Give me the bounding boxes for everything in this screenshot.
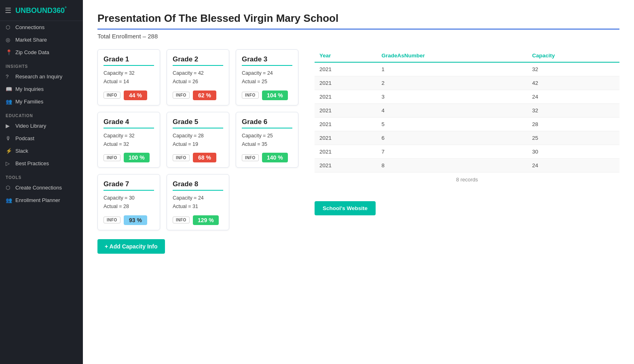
table-row: 2021 4 32 — [315, 104, 619, 118]
col-grade-as-number: GradeAsNumber — [376, 49, 527, 62]
grade-title: Grade 2 — [173, 55, 223, 66]
cell-grade: 7 — [376, 145, 527, 159]
cell-capacity: 25 — [527, 131, 619, 145]
sidebar: ☰ UNBOUND360° ⬡ Connections ◎ Market Sha… — [0, 0, 83, 364]
info-button[interactable]: INFO — [173, 154, 190, 161]
grade-title: Grade 5 — [173, 118, 223, 128]
col-capacity: Capacity — [527, 49, 619, 62]
info-button[interactable]: INFO — [173, 92, 190, 99]
grade-card-grade-1: Grade 1 Capacity = 32Actual = 14 INFO 44… — [97, 49, 160, 105]
inquiries-icon: 📖 — [6, 86, 12, 92]
col-year: Year — [315, 49, 376, 62]
pct-badge: 68 % — [193, 153, 216, 162]
table-row: 2021 2 42 — [315, 76, 619, 90]
grade-title: Grade 8 — [173, 180, 223, 191]
tools-section-label: TOOLS — [0, 170, 83, 181]
cell-year: 2021 — [315, 145, 376, 159]
sidebar-item-zip-code-data[interactable]: 📍 Zip Code Data — [0, 46, 83, 59]
sidebar-item-my-families[interactable]: 👥 My Families — [0, 95, 83, 108]
sidebar-header: ☰ UNBOUND360° — [0, 0, 83, 21]
content-area: Grade 1 Capacity = 32Actual = 14 INFO 44… — [97, 49, 619, 254]
table-row: 2021 1 32 — [315, 62, 619, 76]
grade-stats: Capacity = 24Actual = 31 — [173, 194, 223, 211]
cell-year: 2021 — [315, 118, 376, 131]
grade-stats: Capacity = 25Actual = 35 — [242, 132, 292, 149]
main-content: Presentation Of The Blessed Virgin Mary … — [83, 0, 634, 364]
records-count: 8 records — [315, 173, 619, 187]
total-enrollment: Total Enrollment – 288 — [97, 33, 619, 40]
table-section: Year GradeAsNumber Capacity 2021 1 32 20… — [315, 49, 619, 215]
grade-card-footer: INFO 129 % — [173, 215, 223, 225]
page-title: Presentation Of The Blessed Virgin Mary … — [97, 12, 619, 29]
sidebar-item-market-share[interactable]: ◎ Market Share — [0, 34, 83, 46]
grade-card-grade-7: Grade 7 Capacity = 30Actual = 28 INFO 93… — [97, 174, 160, 230]
cell-capacity: 32 — [527, 62, 619, 76]
cell-year: 2021 — [315, 159, 376, 173]
grade-card-grade-5: Grade 5 Capacity = 28Actual = 19 INFO 68… — [167, 112, 229, 168]
cell-capacity: 24 — [527, 90, 619, 104]
sidebar-item-connections[interactable]: ⬡ Connections — [0, 21, 83, 34]
grade-stats: Capacity = 28Actual = 19 — [173, 132, 223, 149]
connections-icon: ⬡ — [6, 24, 12, 30]
sidebar-item-slack-label: Slack — [15, 148, 28, 154]
info-button[interactable]: INFO — [104, 154, 120, 161]
info-button[interactable]: INFO — [104, 217, 120, 223]
enrollment-planner-icon: 👥 — [6, 197, 12, 203]
grade-card-footer: INFO 100 % — [104, 153, 154, 162]
sidebar-item-inquiries-label: My Inquiries — [15, 86, 44, 92]
grade-card-footer: INFO 62 % — [173, 90, 223, 100]
sidebar-item-podcast-label: Podcast — [15, 135, 34, 141]
grades-grid: Grade 1 Capacity = 32Actual = 14 INFO 44… — [97, 49, 298, 230]
school-website-button[interactable]: School's Website — [315, 201, 376, 215]
grade-stats: Capacity = 24Actual = 25 — [242, 69, 292, 86]
zip-code-icon: 📍 — [6, 49, 12, 55]
sidebar-item-slack[interactable]: ⚡ Slack — [0, 145, 83, 157]
sidebar-item-best-practices[interactable]: ▷ Best Practices — [0, 157, 83, 170]
cell-year: 2021 — [315, 104, 376, 118]
info-button[interactable]: INFO — [173, 217, 190, 223]
sidebar-item-podcast[interactable]: 🎙 Podcast — [0, 132, 83, 145]
pct-badge: 100 % — [124, 153, 150, 162]
cell-year: 2021 — [315, 131, 376, 145]
cell-grade: 6 — [376, 131, 527, 145]
sidebar-item-market-share-label: Market Share — [15, 37, 47, 43]
create-connections-icon: ⬡ — [6, 185, 12, 191]
hamburger-icon[interactable]: ☰ — [5, 6, 11, 15]
sidebar-item-families-label: My Families — [15, 99, 43, 105]
sidebar-item-my-inquiries[interactable]: 📖 My Inquiries — [0, 83, 83, 95]
info-button[interactable]: INFO — [242, 154, 259, 161]
grade-card-footer: INFO 93 % — [104, 215, 154, 225]
sidebar-item-connections-label: Connections — [15, 24, 44, 30]
research-icon: ? — [6, 74, 12, 80]
logo: UNBOUND360° — [15, 6, 67, 15]
pct-badge: 93 % — [124, 215, 147, 225]
insights-section-label: INSIGHTS — [0, 59, 83, 70]
table-row: 2021 5 28 — [315, 118, 619, 131]
grade-title: Grade 7 — [104, 180, 154, 191]
table-row: 2021 7 30 — [315, 145, 619, 159]
education-section-label: EDUCATION — [0, 108, 83, 120]
grade-card-grade-4: Grade 4 Capacity = 32Actual = 32 INFO 10… — [97, 112, 160, 168]
info-button[interactable]: INFO — [104, 92, 120, 99]
grade-card-footer: INFO 140 % — [242, 153, 292, 162]
families-icon: 👥 — [6, 99, 12, 105]
grade-stats: Capacity = 32Actual = 14 — [104, 69, 154, 86]
sidebar-item-video-library[interactable]: ▶ Video Library — [0, 120, 83, 132]
cell-grade: 3 — [376, 90, 527, 104]
grade-card-footer: INFO 104 % — [242, 90, 292, 100]
grade-card-footer: INFO 44 % — [104, 90, 154, 100]
cell-grade: 5 — [376, 118, 527, 131]
grade-title: Grade 3 — [242, 55, 292, 66]
table-row: 2021 8 24 — [315, 159, 619, 173]
sidebar-item-create-connections[interactable]: ⬡ Create Connections — [0, 181, 83, 194]
grade-card-grade-3: Grade 3 Capacity = 24Actual = 25 INFO 10… — [236, 49, 298, 105]
sidebar-item-zip-code-label: Zip Code Data — [15, 49, 49, 55]
add-capacity-button[interactable]: + Add Capacity Info — [97, 239, 165, 254]
info-button[interactable]: INFO — [242, 92, 259, 99]
sidebar-item-research-label: Research an Inquiry — [15, 74, 62, 80]
sidebar-item-enrollment-planner[interactable]: 👥 Enrollment Planner — [0, 194, 83, 206]
sidebar-item-research-inquiry[interactable]: ? Research an Inquiry — [0, 70, 83, 83]
cell-year: 2021 — [315, 90, 376, 104]
cell-capacity: 30 — [527, 145, 619, 159]
pct-badge: 104 % — [262, 90, 288, 100]
